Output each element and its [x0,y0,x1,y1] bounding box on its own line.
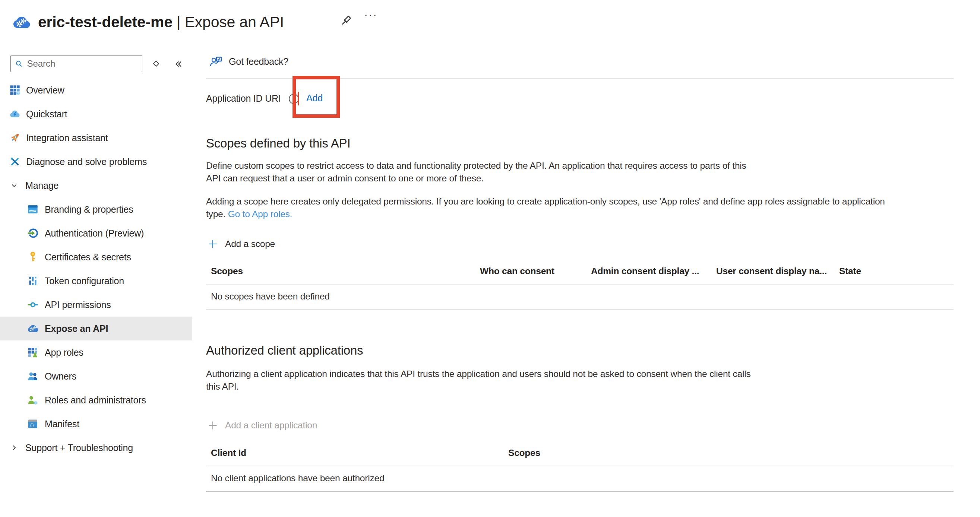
collapse-menu-icon[interactable] [172,58,185,71]
sliders-icon [27,275,39,287]
feedback-icon [209,54,223,68]
sidebar-item-label: Overview [26,85,64,96]
sidebar-item-app-roles[interactable]: App roles [0,341,192,364]
add-application-id-uri-link[interactable]: Add [306,93,323,103]
sidebar-item-label: Expose an API [45,323,108,334]
sidebar-item-label: Owners [45,371,76,382]
sidebar-item-manifest[interactable]: {} Manifest [0,412,192,436]
tools-icon [9,156,21,168]
col-header-user-consent-display[interactable]: User consent display na... [716,266,827,276]
scopes-section-description: Define custom scopes to restrict access … [206,159,746,185]
sidebar-item-branding[interactable]: www Branding & properties [0,197,192,221]
page-title: eric-test-delete-me | Expose an API [38,13,284,31]
chevron-right-icon [10,442,19,454]
svg-text:{}: {} [30,423,34,428]
plus-icon [207,420,218,431]
roles-admin-icon [27,394,39,406]
add-a-client-application-label: Add a client application [225,420,317,431]
note-text: Adding a scope here creates only delegat… [206,196,885,219]
blade-name: | Expose an API [177,13,284,30]
sidebar-item-label: Branding & properties [45,204,134,215]
got-feedback-button[interactable]: Got feedback? [209,54,288,68]
go-to-app-roles-link[interactable]: Go to App roles. [228,209,293,219]
sidebar-item-authentication[interactable]: Authentication (Preview) [0,221,192,245]
svg-text:www: www [29,209,36,213]
clients-table-header-divider [206,466,953,466]
clients-section-heading: Authorized client applications [206,343,363,358]
clients-empty-row: No client applications have been authori… [211,473,384,484]
azure-portal-page: eric-test-delete-me | Expose an API ··· [0,0,980,517]
sidebar-item-quickstart[interactable]: Quickstart [0,102,192,126]
app-name: eric-test-delete-me [38,13,172,30]
key-icon [27,251,39,263]
sidebar: Overview Quickstart [0,48,192,517]
sidebar-item-label: Certificates & secrets [45,252,131,263]
scopes-table-header-divider [206,284,953,285]
add-a-client-application-button[interactable]: Add a client application [207,420,317,431]
sidebar-item-label: App roles [45,347,83,358]
col-header-scopes[interactable]: Scopes [211,266,243,276]
sidebar-item-overview[interactable]: Overview [0,78,192,102]
search-icon [14,59,23,68]
add-a-scope-label: Add a scope [225,239,275,249]
sidebar-nav: Overview Quickstart [0,78,192,460]
api-permissions-icon [27,299,39,311]
app-cloud-gears-logo [10,13,33,33]
app-roles-icon [27,346,39,358]
plus-icon [207,238,218,249]
annotation-red-tick [298,92,299,105]
diamond-expand-icon[interactable] [151,58,163,71]
sidebar-item-expose-an-api[interactable]: Expose an API [0,317,192,341]
sidebar-item-label: Diagnose and solve problems [26,157,147,167]
browser-window-icon: www [27,203,39,215]
sidebar-item-certificates[interactable]: Certificates & secrets [0,245,192,269]
cloud-gears-icon [27,323,39,335]
quickstart-cloud-icon [9,108,21,120]
sidebar-item-label: Support + Troubleshooting [25,442,133,453]
owners-icon [27,370,39,382]
sidebar-item-label: Token configuration [45,276,124,286]
sidebar-group-manage[interactable]: Manage [0,174,192,197]
col-header-client-scopes[interactable]: Scopes [508,448,540,458]
got-feedback-label: Got feedback? [229,56,288,67]
col-header-admin-consent-display[interactable]: Admin consent display ... [591,266,699,276]
sidebar-item-diagnose[interactable]: Diagnose and solve problems [0,150,192,174]
col-header-client-id[interactable]: Client Id [211,448,246,458]
sidebar-item-roles-and-administrators[interactable]: Roles and administrators [0,388,192,412]
sidebar-item-owners[interactable]: Owners [0,364,192,388]
sidebar-item-label: Quickstart [26,109,67,120]
sidebar-item-label: API permissions [45,300,111,310]
sidebar-item-label: Manifest [45,419,80,430]
application-id-uri-label: Application ID URI [206,93,281,104]
scopes-table-bottom-divider [206,309,953,310]
scopes-empty-row: No scopes have been defined [211,291,330,302]
scopes-section-heading: Scopes defined by this API [206,136,350,151]
authentication-icon [27,227,39,239]
sidebar-item-label: Authentication (Preview) [45,228,144,239]
sidebar-group-support-troubleshooting[interactable]: Support + Troubleshooting [0,436,192,460]
overview-grid-icon [9,84,21,96]
clients-table-bottom-divider [206,491,953,492]
search-input[interactable] [27,59,138,69]
sidebar-item-label: Integration assistant [26,133,108,143]
col-header-state[interactable]: State [839,266,861,276]
add-a-scope-button[interactable]: Add a scope [207,238,275,249]
col-header-who-can-consent[interactable]: Who can consent [480,266,554,276]
more-options-icon[interactable]: ··· [361,8,381,25]
sidebar-search [10,55,142,72]
sidebar-item-label: Manage [25,180,59,191]
clients-section-description: Authorizing a client application indicat… [206,368,751,393]
sidebar-item-token-configuration[interactable]: Token configuration [0,269,192,293]
sidebar-item-api-permissions[interactable]: API permissions [0,293,192,317]
pin-icon[interactable] [338,13,355,30]
scopes-section-note: Adding a scope here creates only delegat… [206,195,885,220]
rocket-icon [9,132,21,144]
chevron-down-icon [10,179,19,192]
manifest-icon: {} [27,418,39,430]
sidebar-item-integration-assistant[interactable]: Integration assistant [0,126,192,150]
sidebar-item-label: Roles and administrators [45,395,146,406]
